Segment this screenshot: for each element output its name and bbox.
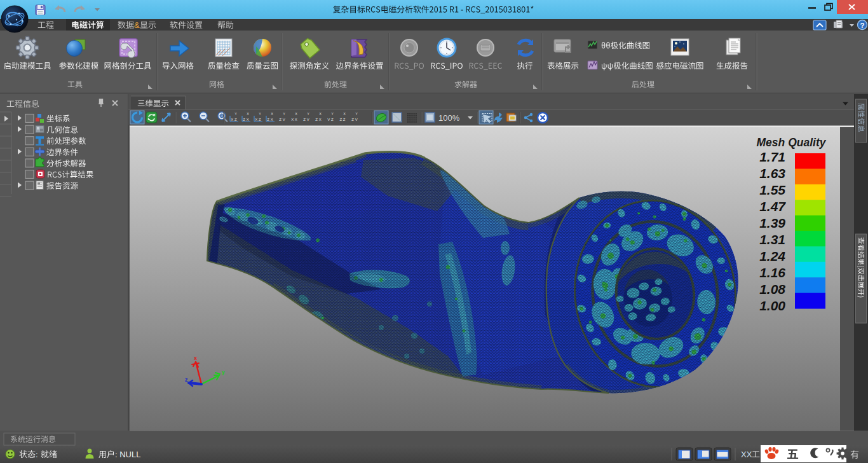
svg-text:1.39: 1.39 [759, 216, 785, 230]
svg-text:Y: Y [234, 112, 237, 116]
svg-text:X: X [271, 112, 273, 116]
svg-text:?: ? [860, 22, 864, 29]
svg-text:1.71: 1.71 [759, 149, 785, 164]
svg-text:100%: 100% [438, 113, 460, 123]
svg-text:1.55: 1.55 [759, 183, 785, 197]
svg-text:1.47: 1.47 [759, 199, 786, 214]
svg-text:: NULL: : NULL [115, 450, 140, 459]
svg-text:Z V: Z V [351, 118, 357, 121]
svg-text:Y: Y [283, 112, 285, 116]
svg-text:&: & [134, 20, 140, 30]
svg-text:Z Z: Z Z [340, 118, 346, 121]
svg-text:X Z: X Z [231, 118, 237, 121]
svg-text:XX: XX [741, 450, 752, 459]
svg-text:1.16: 1.16 [759, 265, 785, 280]
svg-text:Y: Y [259, 112, 261, 116]
svg-text:Z V: Z V [303, 118, 309, 121]
svg-text:Mesh Quality: Mesh Quality [757, 136, 827, 149]
svg-text:X: X [295, 112, 297, 116]
svg-text:X: X [319, 112, 322, 116]
svg-text:y: y [222, 369, 225, 375]
svg-text:Z X: Z X [315, 118, 321, 121]
svg-text:X: X [247, 112, 249, 116]
svg-text:1.63: 1.63 [759, 166, 785, 181]
svg-text:Y: Y [307, 112, 309, 116]
svg-text::: : [36, 450, 38, 459]
svg-text:X Z: X Z [255, 118, 261, 121]
svg-text:Y: Y [355, 112, 358, 116]
svg-text:x: x [194, 355, 197, 361]
svg-text:Z X: Z X [243, 118, 248, 121]
svg-text:1.24: 1.24 [759, 249, 785, 263]
svg-text:X X: X X [291, 118, 297, 121]
svg-text:1.00: 1.00 [759, 298, 785, 313]
svg-text:Z V: Z V [279, 118, 285, 121]
svg-text:z: z [185, 377, 188, 383]
svg-text:Y: Y [331, 112, 334, 116]
svg-text:V Z: V Z [327, 118, 334, 121]
svg-text:X: X [343, 112, 346, 116]
svg-text:1.08: 1.08 [759, 282, 785, 296]
svg-text:1.31: 1.31 [759, 232, 785, 247]
svg-text:Z X: Z X [267, 118, 273, 121]
